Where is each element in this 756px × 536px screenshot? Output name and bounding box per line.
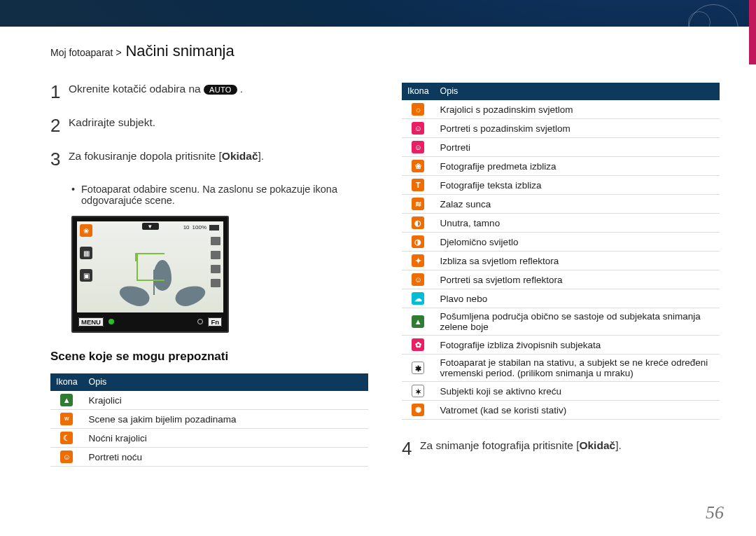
scene-description: Fotografije teksta izbliza	[435, 176, 720, 195]
scene-table-left: Ikona Opis ▲KrajoliciWScene sa jakim bij…	[50, 373, 368, 467]
camera-preview: ▾ ❀ ▦ ▣ 10 100%	[71, 216, 229, 333]
portrait-icon: ☺	[412, 141, 424, 153]
scene-description: Krajolici s pozadinskim svjetlom	[435, 100, 720, 119]
step-4: 4 Za snimanje fotografija pritisnite [Ok…	[402, 439, 720, 458]
focus-indicator	[136, 253, 164, 281]
backlit-landscape-icon: ☼	[412, 103, 424, 116]
header-decoration	[584, 4, 738, 46]
step-1: 1 Okrenite kotačić odabira na AUTO .	[50, 83, 368, 101]
scene-description: Portreti	[435, 138, 720, 157]
table-row: ☺Portreti s pozadinskim svjetlom	[402, 119, 720, 138]
spotlight-macro-icon: ✦	[412, 254, 424, 267]
step-number: 4	[402, 439, 413, 458]
scene-description: Zalaz sunca	[435, 195, 720, 214]
scene-description: Djelomično svijetlo	[435, 233, 720, 252]
stabilizer-icon	[211, 279, 220, 287]
table-row: ≋Zalaz sunca	[402, 195, 720, 214]
table-row: ☺Portreti noću	[50, 448, 368, 467]
scene-description: Portreti noću	[83, 448, 368, 467]
th-opis: Opis	[83, 373, 368, 391]
card-icon	[211, 237, 220, 245]
step-3: 3 Za fokusiranje dopola pritisnite [Okid…	[50, 150, 368, 168]
step-number: 3	[50, 150, 62, 168]
table-row: ✱Fotoaparat je stabilan na stativu, a su…	[402, 355, 720, 382]
info-bullet: Fotoaparat odabire scenu. Na zaslonu se …	[71, 184, 368, 206]
indoor-dark-icon: ◐	[412, 217, 424, 229]
scene-description: Subjekti koji se aktivno kreću	[435, 382, 720, 401]
focus-ok-dot-icon	[108, 319, 114, 324]
table-row: ▲Krajolici	[50, 391, 368, 410]
table-row: ✿Fotografije izbliza živopisnih subjekat…	[402, 336, 720, 355]
scene-description: Fotografije predmeta izbliza	[435, 157, 720, 176]
breadcrumb-path: Moj fotoaparat >	[50, 47, 122, 58]
table-row: ☾Noćni krajolici	[50, 429, 368, 448]
table-row: ☼Krajolici s pozadinskim svjetlom	[402, 100, 720, 119]
fn-button[interactable]: Fn	[208, 317, 222, 327]
table-row: TFotografije teksta izbliza	[402, 176, 720, 195]
auto-mode-badge: AUTO	[204, 85, 237, 95]
left-column: 1 Okrenite kotačić odabira na AUTO . 2 K…	[50, 83, 368, 473]
fireworks-tripod-icon: ✺	[412, 404, 424, 416]
preview-bottom-bar: MENU Fn	[77, 312, 223, 327]
recognizable-scenes-heading: Scene koje se mogu prepoznati	[50, 350, 368, 364]
step-text: Za fokusiranje dopola pritisnite [Okidač…	[69, 150, 264, 163]
menu-button[interactable]: MENU	[78, 317, 104, 327]
table-row: ☁Plavo nebo	[402, 289, 720, 308]
table-row: ☺Portreti	[402, 138, 720, 157]
size-icon	[211, 265, 220, 273]
scene-description: Vatromet (kad se koristi stativ)	[435, 401, 720, 420]
scene-description: Pošumljena područja obično se sastoje od…	[435, 308, 720, 336]
step-text: Okrenite kotačić odabira na AUTO .	[69, 83, 243, 95]
greenery-icon: ▲	[412, 315, 424, 328]
scene-description: Fotografije izbliza živopisnih subjekata	[435, 336, 720, 355]
osd-right-icons	[211, 237, 220, 287]
scene-table-right: Ikona Opis ☼Krajolici s pozadinskim svje…	[402, 83, 720, 420]
partial-light-icon: ◑	[412, 235, 424, 248]
table-row: ◑Djelomično svijetlo	[402, 233, 720, 252]
tripod-still-icon: ✱	[412, 362, 424, 374]
table-row: ✺Vatromet (kad se koristi stativ)	[402, 401, 720, 420]
landscape-icon: ▲	[60, 394, 73, 406]
macro-icon: ❀	[80, 224, 92, 237]
scene-description: Fotoaparat je stabilan na stativu, a sub…	[435, 355, 720, 382]
chevron-down-icon: ▾	[142, 223, 159, 230]
th-ikona: Ikona	[50, 373, 83, 391]
th-opis: Opis	[435, 83, 720, 100]
scene-description: Scene sa jakim bijelim pozadinama	[83, 410, 368, 429]
night-portrait-icon: ☺	[60, 451, 73, 463]
macro-text-icon: T	[412, 179, 424, 191]
content-columns: 1 Okrenite kotačić odabira na AUTO . 2 K…	[50, 83, 720, 473]
moving-subject-icon: ✶	[412, 385, 424, 397]
scene-description: Noćni krajolici	[83, 429, 368, 448]
table-row: ▲Pošumljena područja obično se sastoje o…	[402, 308, 720, 336]
right-column: Ikona Opis ☼Krajolici s pozadinskim svje…	[402, 83, 720, 473]
step-number: 2	[50, 116, 62, 135]
scene-description: Izbliza sa svjetlom reflektora	[435, 252, 720, 270]
backlit-portrait-icon: ☺	[412, 122, 424, 135]
quality-icon	[211, 251, 220, 259]
step-text: Kadrirajte subjekt.	[69, 116, 155, 129]
spotlight-portrait-icon: ☺	[412, 273, 424, 286]
breadcrumb: Moj fotoaparat > Načini snimanja	[50, 42, 234, 60]
table-row: ☺Portreti sa svjetlom reflektora	[402, 270, 720, 289]
table-row: ✶Subjekti koji se aktivno kreću	[402, 382, 720, 401]
table-row: ❀Fotografije predmeta izbliza	[402, 157, 720, 176]
page-number: 56	[706, 502, 724, 523]
step-2: 2 Kadrirajte subjekt.	[50, 116, 368, 135]
white-bg-icon: W	[60, 413, 73, 425]
osd-top-status: 10 100%	[183, 224, 219, 231]
colorful-macro-icon: ✿	[412, 338, 424, 351]
grid-icon: ▦	[80, 247, 92, 259]
scene-description: Plavo nebo	[435, 289, 720, 308]
night-landscape-icon: ☾	[60, 432, 73, 444]
scene-description: Krajolici	[83, 391, 368, 410]
header-band	[0, 0, 756, 27]
battery-icon	[209, 225, 219, 231]
scene-description: Unutra, tamno	[435, 214, 720, 233]
side-accent-tab	[749, 0, 756, 64]
osd-left-icons: ❀ ▦ ▣	[80, 224, 92, 282]
table-row: ◐Unutra, tamno	[402, 214, 720, 233]
gallery-icon: ▣	[80, 269, 92, 282]
sunset-icon: ≋	[412, 198, 424, 210]
preview-screen: ▾ ❀ ▦ ▣ 10 100%	[77, 221, 223, 312]
